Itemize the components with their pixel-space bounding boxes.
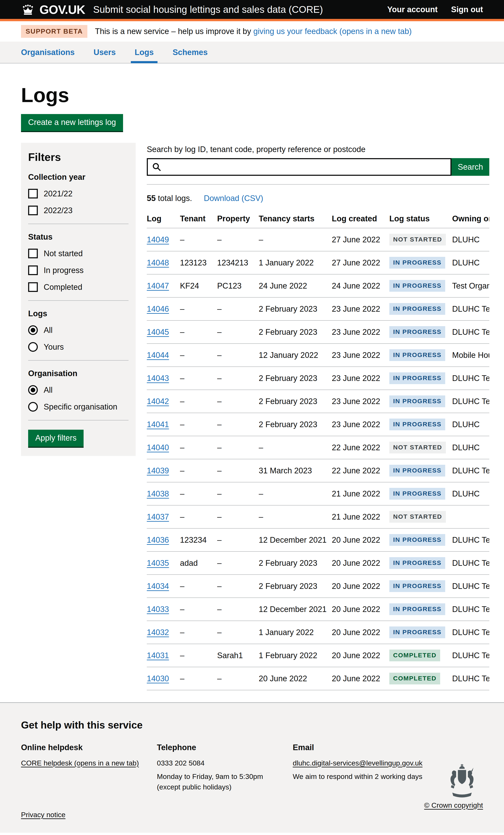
beta-banner: SUPPORT BETA This is a new service – hel…	[0, 21, 504, 42]
status-badge: IN PROGRESS	[389, 280, 445, 292]
email-link[interactable]: dluhc.digital-services@levellingup.gov.u…	[293, 759, 423, 767]
nav-item-users[interactable]: Users	[94, 41, 116, 63]
log-id-link[interactable]: 14030	[147, 674, 169, 683]
log-id-link[interactable]: 14034	[147, 582, 169, 591]
cell-owning-organisation: DLUHC	[452, 413, 489, 436]
radio-option-all[interactable]: All	[28, 385, 128, 395]
cell-property: –	[217, 367, 259, 390]
log-id-link[interactable]: 14049	[147, 235, 169, 244]
radio-icon[interactable]	[28, 325, 38, 335]
column-header-tenant: Tenant	[180, 211, 217, 228]
radio-option-all[interactable]: All	[28, 325, 128, 335]
log-id-link[interactable]: 14044	[147, 351, 169, 360]
cell-owning-organisation	[452, 505, 489, 528]
service-name[interactable]: Submit social housing lettings and sales…	[93, 4, 323, 15]
cell-owning-organisation: DLUHC Test	[452, 298, 489, 321]
cell-owning-organisation: DLUHC Test	[452, 667, 489, 690]
search-icon	[152, 162, 161, 171]
status-badge: IN PROGRESS	[389, 557, 445, 569]
cell-tenant: –	[180, 390, 217, 413]
option-label: 2022/23	[44, 206, 73, 215]
log-id-link[interactable]: 14039	[147, 466, 169, 475]
search-button[interactable]: Search	[451, 158, 489, 176]
log-id-link[interactable]: 14033	[147, 605, 169, 614]
checkbox-option-completed[interactable]: Completed	[28, 282, 128, 292]
checkbox-option-in-progress[interactable]: In progress	[28, 265, 128, 275]
cell-property: –	[217, 482, 259, 505]
search-input[interactable]	[165, 159, 446, 175]
apply-filters-button[interactable]: Apply filters	[28, 430, 84, 447]
cell-tenancy_starts: 1 January 2022	[259, 251, 332, 274]
status-badge: COMPLETED	[389, 650, 440, 661]
log-id-link[interactable]: 14038	[147, 489, 169, 498]
cell-tenancy_starts: 2 February 2023	[259, 575, 332, 598]
sign-out-link[interactable]: Sign out	[451, 5, 483, 14]
log-id-link[interactable]: 14040	[147, 443, 169, 452]
log-id-link[interactable]: 14037	[147, 512, 169, 521]
cell-log_created: 23 June 2022	[332, 367, 389, 390]
crown-copyright-link[interactable]: © Crown copyright	[424, 801, 483, 809]
checkbox-option-not-started[interactable]: Not started	[28, 249, 128, 258]
cell-tenant: –	[180, 298, 217, 321]
table-row: 14032––1 January 202220 June 2022IN PROG…	[147, 621, 489, 644]
log-id-link[interactable]: 14045	[147, 328, 169, 337]
your-account-link[interactable]: Your account	[387, 5, 438, 14]
nav-item-schemes[interactable]: Schemes	[173, 41, 208, 63]
cell-property: –	[217, 298, 259, 321]
cell-tenancy_starts: 31 March 2023	[259, 459, 332, 482]
cell-tenant: –	[180, 321, 217, 344]
log-id-link[interactable]: 14043	[147, 374, 169, 383]
option-label: Not started	[44, 249, 83, 258]
checkbox-icon[interactable]	[28, 249, 38, 258]
log-id-link[interactable]: 14046	[147, 305, 169, 313]
log-id-link[interactable]: 14042	[147, 397, 169, 406]
cell-log_created: 20 June 2022	[332, 598, 389, 621]
checkbox-icon[interactable]	[28, 206, 38, 215]
log-id-link[interactable]: 14032	[147, 628, 169, 637]
checkbox-icon[interactable]	[28, 265, 38, 275]
cell-owning-organisation: DLUHC	[452, 251, 489, 274]
feedback-link[interactable]: giving us your feedback (opens in a new …	[253, 27, 411, 36]
radio-option-yours[interactable]: Yours	[28, 342, 128, 352]
cell-log_created: 27 June 2022	[332, 228, 389, 251]
log-id-link[interactable]: 14041	[147, 420, 169, 429]
table-row: 14033––12 December 202120 June 2022IN PR…	[147, 598, 489, 621]
create-lettings-log-button[interactable]: Create a new lettings log	[21, 114, 123, 131]
telephone-heading: Telephone	[157, 743, 293, 752]
footer-heading: Get help with this service	[21, 719, 483, 731]
govuk-logo-group[interactable]: GOV.UK Submit social housing lettings an…	[21, 2, 323, 17]
log-id-link[interactable]: 14036	[147, 535, 169, 544]
nav-item-logs[interactable]: Logs	[135, 41, 154, 63]
table-row: 14039––31 March 202322 June 2022IN PROGR…	[147, 459, 489, 482]
cell-tenant: 123123	[180, 251, 217, 274]
cell-log_created: 21 June 2022	[332, 482, 389, 505]
log-id-link[interactable]: 14047	[147, 281, 169, 290]
status-badge: IN PROGRESS	[389, 465, 445, 476]
checkbox-option-2021-22[interactable]: 2021/22	[28, 189, 128, 199]
core-helpdesk-link[interactable]: CORE helpdesk (opens in a new tab)	[21, 759, 139, 767]
nav-item-organisations[interactable]: Organisations	[21, 41, 75, 63]
radio-option-specific-organisation[interactable]: Specific organisation	[28, 402, 128, 412]
privacy-notice-link[interactable]: Privacy notice	[21, 811, 65, 819]
cell-tenancy_starts: 12 January 2022	[259, 344, 332, 367]
checkbox-icon[interactable]	[28, 189, 38, 199]
helpdesk-heading: Online helpdesk	[21, 743, 157, 752]
table-row: 14031–Sarah11 February 202220 June 2022C…	[147, 644, 489, 667]
checkbox-icon[interactable]	[28, 282, 38, 292]
log-id-link[interactable]: 14048	[147, 258, 169, 267]
filter-group-heading-collection-year: Collection year	[28, 172, 128, 182]
cell-tenancy_starts: 2 February 2023	[259, 298, 332, 321]
radio-icon[interactable]	[28, 385, 38, 395]
table-row: 14035adad–2 February 202320 June 2022IN …	[147, 551, 489, 575]
table-header-row: LogTenantPropertyTenancy startsLog creat…	[147, 211, 489, 228]
checkbox-option-2022-23[interactable]: 2022/23	[28, 206, 128, 215]
log-id-link[interactable]: 14035	[147, 558, 169, 567]
download-csv-link[interactable]: Download (CSV)	[204, 194, 263, 203]
footer-email-column: Email dluhc.digital-services@levellingup…	[293, 743, 429, 796]
radio-icon[interactable]	[28, 402, 38, 412]
radio-icon[interactable]	[28, 342, 38, 352]
table-row: 14030––20 June 202220 June 2022COMPLETED…	[147, 667, 489, 690]
log-id-link[interactable]: 14031	[147, 651, 169, 660]
cell-owning-organisation: Mobile Housing	[452, 344, 489, 367]
cell-property: –	[217, 667, 259, 690]
